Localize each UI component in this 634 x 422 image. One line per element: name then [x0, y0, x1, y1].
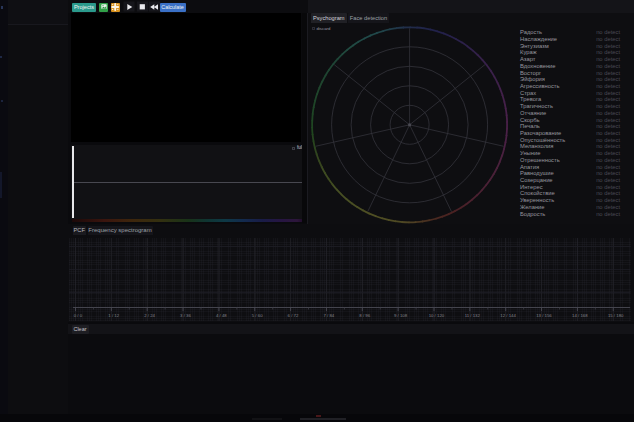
- svg-text:13 / 156: 13 / 156: [536, 313, 552, 318]
- svg-text:9 / 108: 9 / 108: [394, 313, 408, 318]
- svg-text:1 / 12: 1 / 12: [108, 313, 119, 318]
- svg-text:12 / 144: 12 / 144: [500, 313, 516, 318]
- svg-text:11 / 132: 11 / 132: [465, 313, 481, 318]
- svg-text:2 / 24: 2 / 24: [144, 313, 155, 318]
- svg-text:15 / 180: 15 / 180: [608, 313, 624, 318]
- svg-text:8 / 96: 8 / 96: [359, 313, 370, 318]
- svg-text:10 / 120: 10 / 120: [429, 313, 445, 318]
- svg-text:6 / 72: 6 / 72: [288, 313, 299, 318]
- svg-text:0 / 0: 0 / 0: [74, 313, 83, 318]
- svg-text:5 / 60: 5 / 60: [252, 313, 263, 318]
- svg-text:4 / 48: 4 / 48: [216, 313, 227, 318]
- svg-text:14 / 168: 14 / 168: [572, 313, 588, 318]
- svg-text:7 / 84: 7 / 84: [323, 313, 334, 318]
- svg-text:3 / 36: 3 / 36: [180, 313, 191, 318]
